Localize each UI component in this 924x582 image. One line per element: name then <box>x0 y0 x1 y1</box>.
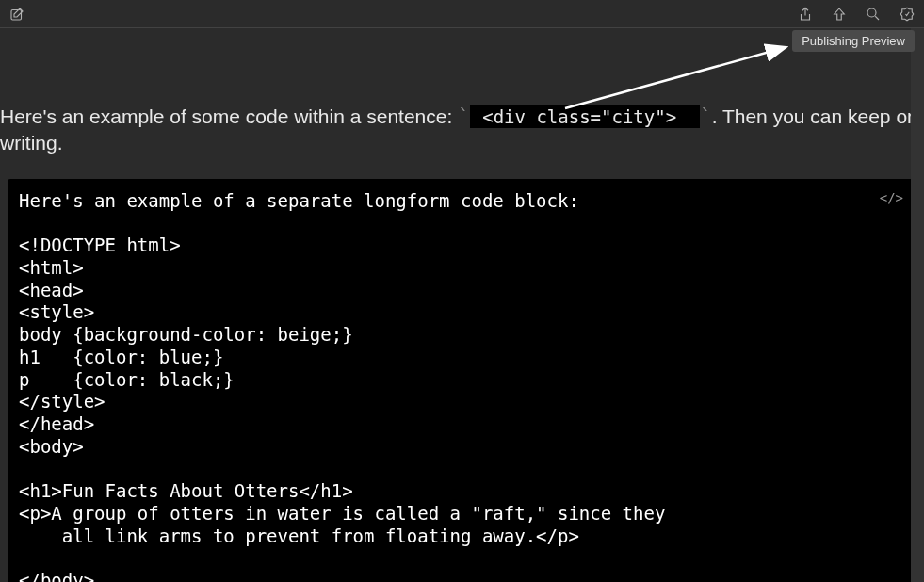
scrollbar[interactable] <box>911 28 924 582</box>
toolbar-left <box>8 5 26 24</box>
backtick-close: ` <box>700 105 712 128</box>
compose-icon[interactable] <box>8 5 26 24</box>
code-toggle-icon[interactable]: </> <box>880 190 903 207</box>
prose-paragraph[interactable]: Here's an example of some code within a … <box>0 28 924 156</box>
code-block-content: Here's an example of a separate longform… <box>19 190 665 582</box>
code-block[interactable]: </>Here's an example of a separate longf… <box>8 179 916 582</box>
share-icon[interactable] <box>796 5 815 24</box>
toolbar <box>0 0 924 28</box>
backtick-open: ` <box>458 105 470 128</box>
publish-icon[interactable] <box>830 5 849 24</box>
search-icon[interactable] <box>864 5 883 24</box>
inline-code: <div class="city"> <box>470 105 700 128</box>
svg-point-1 <box>867 8 876 17</box>
tooltip-text: Publishing Preview <box>802 34 905 48</box>
toolbar-right <box>796 5 916 24</box>
settings-icon[interactable] <box>898 5 916 24</box>
content-area: Here's an example of some code within a … <box>0 28 924 582</box>
prose-before: Here's an example of some code within a … <box>0 105 458 127</box>
tooltip-publishing-preview: Publishing Preview <box>792 30 915 52</box>
